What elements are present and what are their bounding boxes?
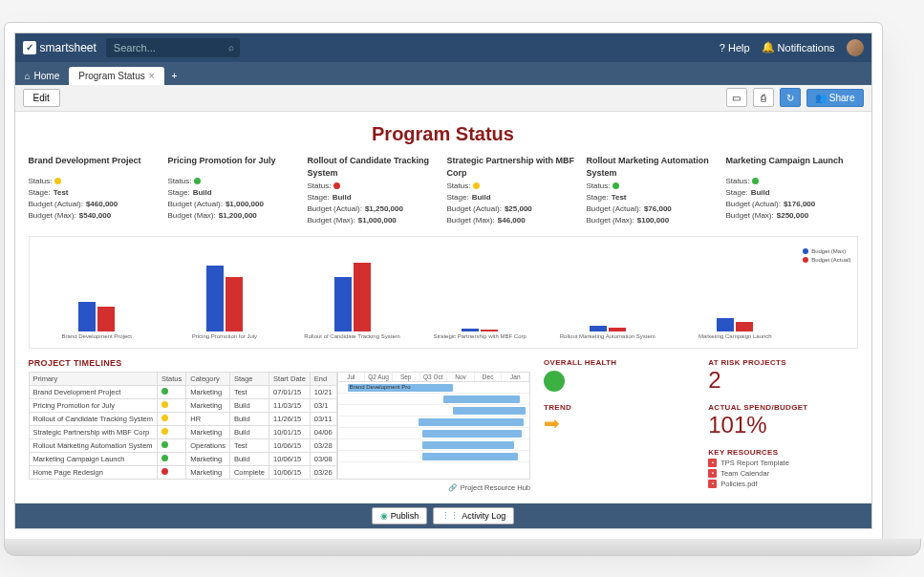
table-row[interactable]: Pricing Promotion for JulyMarketingBuild… bbox=[29, 398, 336, 412]
file-icon: ▪ bbox=[708, 469, 717, 478]
kpi-overall-health: OVERALL HEALTH bbox=[544, 358, 693, 397]
chart-legend: Budget (Max)Budget (Actual) bbox=[803, 245, 850, 340]
project-card: Brand Development Project Status: Stage:… bbox=[29, 155, 161, 226]
card-title: Marketing Campaign Launch bbox=[726, 155, 858, 176]
publish-button[interactable]: ◉Publish bbox=[372, 507, 428, 524]
activity-log-button[interactable]: ⋮⋮Activity Log bbox=[433, 507, 514, 524]
kpi-trend: TREND ➡ bbox=[544, 403, 693, 442]
close-icon[interactable]: × bbox=[149, 71, 155, 81]
people-icon: 👥 bbox=[815, 93, 827, 103]
brand-logo: ✓ smartsheet bbox=[23, 41, 97, 54]
table-row[interactable]: Rollout of Candidate Tracking SystemHRBu… bbox=[29, 412, 336, 425]
help-icon: ? bbox=[720, 42, 725, 53]
kpi-resources: KEY RESOURCES ▪TPS Report Template▪Team … bbox=[708, 448, 857, 492]
top-bar: ✓ smartsheet ⌕ ? Help 🔔 Notifications bbox=[15, 33, 871, 62]
toolbar: Edit ▭ ⎙ ↻ 👥Share bbox=[15, 85, 871, 112]
project-card: Rollout Marketing Automation System Stat… bbox=[587, 155, 719, 226]
bottom-bar: ◉Publish ⋮⋮Activity Log bbox=[15, 503, 871, 528]
tab-home[interactable]: ⌂ Home bbox=[15, 67, 70, 85]
globe-icon: ◉ bbox=[380, 511, 388, 521]
card-title: Pricing Promotion for July bbox=[168, 155, 300, 176]
table-row[interactable]: Brand Development ProjectMarketingTest07… bbox=[29, 385, 336, 398]
project-timelines: PROJECT TIMELINES PrimaryStatusCategoryS… bbox=[29, 358, 531, 492]
spend-value: 101% bbox=[708, 412, 857, 438]
gantt-chart: JulQ2 AugSepQ3 OctNovDecJan Brand Develo… bbox=[337, 372, 530, 480]
status-dot-icon bbox=[161, 455, 168, 461]
resource-item[interactable]: ▪Team Calendar bbox=[708, 469, 857, 478]
notifications-link[interactable]: 🔔 Notifications bbox=[762, 41, 835, 53]
at-risk-value: 2 bbox=[708, 367, 857, 394]
status-dot-icon bbox=[612, 182, 619, 189]
refresh-icon[interactable]: ↻ bbox=[780, 88, 801, 107]
edit-button[interactable]: Edit bbox=[23, 89, 60, 107]
project-card: Pricing Promotion for July Status: Stage… bbox=[168, 155, 300, 226]
kpi-spend: ACTUAL SPEND/BUDGET 101% bbox=[708, 403, 857, 442]
status-dot-icon bbox=[333, 182, 340, 189]
avatar[interactable] bbox=[847, 39, 864, 56]
print-icon[interactable]: ⎙ bbox=[753, 88, 774, 107]
file-icon: ▪ bbox=[708, 480, 717, 488]
kpi-panel: OVERALL HEALTH AT RISK PROJECTS 2 TREND … bbox=[544, 358, 857, 492]
health-dot-icon bbox=[544, 371, 565, 392]
logo-mark-icon: ✓ bbox=[23, 41, 36, 54]
status-dot-icon bbox=[161, 415, 168, 421]
card-title: Brand Development Project bbox=[29, 155, 161, 176]
project-card: Strategic Partnership with MBF Corp Stat… bbox=[447, 155, 579, 226]
home-icon: ⌂ bbox=[25, 71, 31, 81]
budget-chart: Brand Development ProjectPricing Promoti… bbox=[29, 236, 858, 349]
status-dot-icon bbox=[161, 388, 168, 395]
file-icon: ▪ bbox=[708, 459, 717, 467]
status-dot-icon bbox=[194, 178, 201, 184]
trend-arrow-icon: ➡ bbox=[544, 412, 693, 435]
tab-bar: ⌂ Home Program Status × + bbox=[15, 62, 871, 85]
timelines-table: PrimaryStatusCategoryStageStart DateEndB… bbox=[29, 372, 337, 480]
present-icon[interactable]: ▭ bbox=[726, 88, 747, 107]
share-button[interactable]: 👥Share bbox=[806, 89, 864, 107]
resource-hub-link[interactable]: 🔗 Project Resource Hub bbox=[29, 483, 531, 492]
dashboard-content: Program Status Brand Development Project… bbox=[15, 112, 871, 503]
search-icon[interactable]: ⌕ bbox=[228, 42, 234, 53]
project-card: Rollout of Candidate Tracking System Sta… bbox=[308, 155, 440, 226]
bell-icon: 🔔 bbox=[762, 41, 775, 53]
brand-text: smartsheet bbox=[40, 41, 97, 54]
status-dot-icon bbox=[54, 178, 61, 184]
activity-icon: ⋮⋮ bbox=[441, 511, 459, 521]
status-dot-icon bbox=[752, 178, 759, 184]
timelines-title: PROJECT TIMELINES bbox=[29, 358, 531, 368]
status-dot-icon bbox=[473, 182, 480, 189]
link-icon: 🔗 bbox=[448, 483, 457, 492]
tab-program-status[interactable]: Program Status × bbox=[69, 67, 163, 85]
table-row[interactable]: Marketing Campaign LaunchMarketingBuild1… bbox=[29, 452, 336, 465]
card-title: Rollout Marketing Automation System bbox=[587, 155, 719, 181]
status-dot-icon bbox=[161, 428, 168, 435]
summary-cards: Brand Development Project Status: Stage:… bbox=[29, 155, 858, 226]
table-row[interactable]: Strategic Partnership with MBF CorpMarke… bbox=[29, 425, 336, 438]
project-card: Marketing Campaign Launch Status: Stage:… bbox=[726, 155, 858, 226]
status-dot-icon bbox=[161, 441, 168, 448]
help-link[interactable]: ? Help bbox=[720, 42, 750, 53]
resource-item[interactable]: ▪Policies.pdf bbox=[708, 480, 857, 488]
card-title: Rollout of Candidate Tracking System bbox=[308, 155, 440, 181]
status-dot-icon bbox=[161, 401, 168, 408]
resource-item[interactable]: ▪TPS Report Template bbox=[708, 459, 857, 467]
card-title: Strategic Partnership with MBF Corp bbox=[447, 155, 579, 181]
kpi-at-risk: AT RISK PROJECTS 2 bbox=[708, 358, 857, 397]
tab-add-button[interactable]: + bbox=[164, 67, 185, 85]
table-row[interactable]: Rollout Marketing Automation SystemOpera… bbox=[29, 438, 336, 452]
search-input[interactable] bbox=[106, 38, 240, 57]
status-dot-icon bbox=[161, 468, 168, 475]
page-title: Program Status bbox=[29, 123, 858, 145]
table-row[interactable]: Home Page RedesignMarketingComplete10/06… bbox=[29, 465, 336, 479]
